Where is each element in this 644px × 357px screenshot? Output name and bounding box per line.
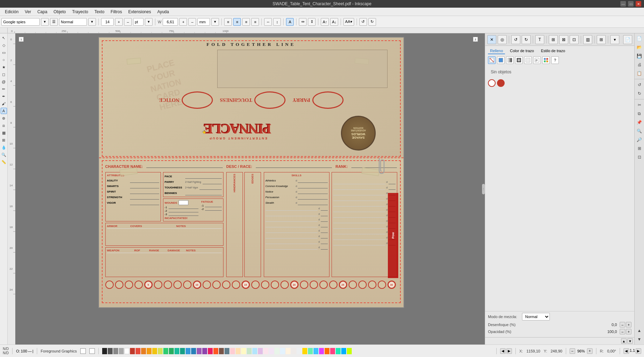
text-tool[interactable]: A xyxy=(1,108,7,114)
swatch-cream[interactable] xyxy=(286,348,291,354)
symbols-rt-btn[interactable]: ⊞ xyxy=(597,35,606,44)
fr-open-btn[interactable]: 📂 xyxy=(636,43,643,51)
fill-tab-stroke-color[interactable]: Color de trazo xyxy=(508,48,536,54)
swatch-cloud[interactable] xyxy=(297,348,302,354)
swatch-lavender[interactable] xyxy=(269,348,274,354)
redo-btn[interactable]: ↻ xyxy=(368,18,376,26)
swatch-blue-grey[interactable] xyxy=(225,348,229,354)
panel-scroll-up-btn[interactable]: ▲ xyxy=(621,338,627,344)
fr-scroll-down-btn[interactable]: ▼ xyxy=(636,335,643,343)
next-page-btn[interactable]: ▶ xyxy=(636,348,641,354)
swatch-gray[interactable] xyxy=(113,348,118,354)
fr-new-btn[interactable]: 📄 xyxy=(636,35,643,42)
size-unit[interactable] xyxy=(133,18,144,26)
prev-page-btn[interactable]: ◀ xyxy=(623,348,629,354)
swatch-lime-accent[interactable] xyxy=(347,348,352,354)
fr-print-btn[interactable]: 🖨 xyxy=(636,61,643,68)
text-tool-btn[interactable]: A xyxy=(286,18,294,26)
font-family-menu[interactable]: ☰ xyxy=(50,18,58,26)
transform-rt-btn[interactable]: ⊠ xyxy=(559,35,568,44)
fr-save-btn[interactable]: 💾 xyxy=(636,52,643,60)
gradient-tool[interactable]: ▦ xyxy=(1,130,7,136)
swatch-blue-dark[interactable] xyxy=(191,348,196,354)
swatch-brown[interactable] xyxy=(219,348,224,354)
size-down[interactable]: – xyxy=(124,18,132,26)
3d-tool[interactable]: ◻ xyxy=(1,71,7,78)
swatch-blue-light[interactable] xyxy=(252,348,257,354)
zoom-tool[interactable]: 🔍 xyxy=(1,152,7,158)
heart-empty-btn[interactable] xyxy=(488,79,496,87)
layers-rt-btn[interactable]: ▥ xyxy=(583,35,592,44)
pencil-tool[interactable]: ✏ xyxy=(1,86,7,92)
fr-undo-btn[interactable]: ↺ xyxy=(636,81,643,89)
swatch-yellow-accent[interactable] xyxy=(302,348,307,354)
text-orient-btn2[interactable]: ↕ xyxy=(273,18,281,26)
swatch-teal-accent[interactable] xyxy=(336,348,341,354)
menu-capa[interactable]: Capa xyxy=(34,9,50,15)
fill-none-icon[interactable] xyxy=(488,56,496,64)
menu-texto[interactable]: Texto xyxy=(92,9,107,15)
swatch-blue[interactable] xyxy=(186,348,190,354)
swatch-purple[interactable] xyxy=(197,348,202,354)
undo-rt-btn[interactable]: ↺ xyxy=(511,35,520,44)
fr-select-all-btn[interactable]: ⊡ xyxy=(636,153,643,161)
size-up[interactable]: + xyxy=(115,18,123,26)
fr-paste-btn[interactable]: 📌 xyxy=(636,119,643,126)
swatch-white[interactable] xyxy=(124,348,129,354)
rect-tool[interactable]: ▭ xyxy=(1,49,7,56)
swatch-green-light[interactable] xyxy=(247,348,252,354)
panel-collapse-handle[interactable]: ⋮ xyxy=(482,184,485,194)
swatch-pink[interactable] xyxy=(208,348,213,354)
align-rt-btn[interactable]: ⊞ xyxy=(549,35,558,44)
menu-ver[interactable]: Ver xyxy=(22,9,34,15)
maximize-button[interactable]: ▭ xyxy=(628,1,634,7)
select-tool[interactable]: ↖ xyxy=(1,35,7,41)
fr-cut-btn[interactable]: ✂ xyxy=(636,101,643,109)
swatch-green[interactable] xyxy=(163,348,168,354)
fr-zoom-in-btn[interactable]: 🔍 xyxy=(636,127,643,135)
close-button[interactable]: ✕ xyxy=(636,1,641,7)
menu-ayuda[interactable]: Ayuda xyxy=(154,9,172,15)
undo-btn[interactable]: ↺ xyxy=(359,18,367,26)
swatch-beige[interactable] xyxy=(291,348,296,354)
swatch-red-dark[interactable] xyxy=(130,348,135,354)
heart-filled-btn[interactable] xyxy=(497,79,505,87)
dropper-tool[interactable]: 💧 xyxy=(1,144,7,151)
fr-copy-btn[interactable]: ⧉ xyxy=(636,110,643,117)
fill-radial-icon[interactable] xyxy=(515,56,523,64)
width-input[interactable] xyxy=(163,18,178,26)
fr-zoom-out-btn[interactable]: 🔎 xyxy=(636,136,643,144)
width-down[interactable]: – xyxy=(188,18,196,26)
swatch-mint[interactable] xyxy=(275,348,279,354)
swatch-pink-accent[interactable] xyxy=(330,348,335,354)
paint-tool[interactable]: 🖌 xyxy=(1,100,7,107)
palette-scroll-right-btn[interactable]: ▶ xyxy=(506,348,512,354)
swatch-orange-light[interactable] xyxy=(236,348,241,354)
pen-tool[interactable]: ✒ xyxy=(1,93,7,99)
width-unit[interactable] xyxy=(197,18,210,26)
fg-lock-icon[interactable] xyxy=(80,348,86,354)
menu-trayecto[interactable]: Trayecto xyxy=(69,9,91,15)
something-btn2[interactable]: ◎ xyxy=(498,35,507,44)
blur-down-btn[interactable]: – xyxy=(620,322,625,327)
measure-tool[interactable]: 📏 xyxy=(1,159,7,165)
align-justify-btn[interactable]: ≡ xyxy=(251,18,259,26)
super-btn[interactable]: A↑ xyxy=(321,18,329,26)
xml-rt-btn[interactable]: ⊡ xyxy=(570,35,579,44)
sub-btn[interactable]: A↓ xyxy=(330,18,338,26)
fill-linear-icon[interactable] xyxy=(506,56,514,64)
swatch-deep-orange[interactable] xyxy=(213,348,218,354)
font-family-input[interactable] xyxy=(1,18,40,26)
circle-tool[interactable]: ○ xyxy=(1,57,7,63)
new-doc-rt-btn[interactable]: 📄 xyxy=(623,35,632,44)
opacity-up-btn[interactable]: + xyxy=(626,329,631,334)
zoom-in-status-btn[interactable]: + xyxy=(587,348,593,354)
redo-rt-btn[interactable]: ↻ xyxy=(522,35,531,44)
width-unit-dropdown[interactable]: ▾ xyxy=(211,18,219,26)
fill-pattern-icon[interactable]: P xyxy=(533,56,541,64)
width-up[interactable]: + xyxy=(179,18,187,26)
swatch-sky[interactable] xyxy=(280,348,285,354)
swatch-purple-light[interactable] xyxy=(258,348,263,354)
menu-objeto[interactable]: Objeto xyxy=(51,9,68,15)
swatch-red-light[interactable] xyxy=(230,348,235,354)
